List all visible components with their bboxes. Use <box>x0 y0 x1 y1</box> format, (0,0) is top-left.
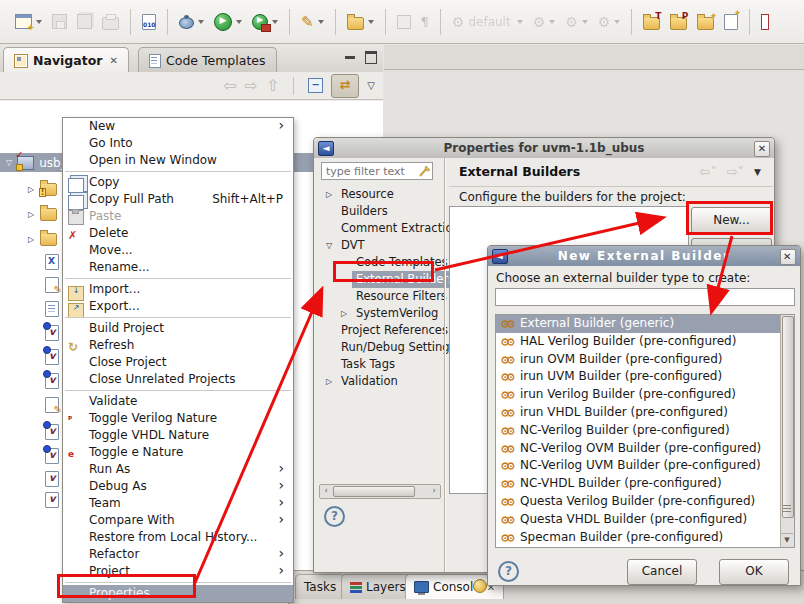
tree-row[interactable] <box>45 254 59 270</box>
collapsed-twisty-icon[interactable]: ▷ <box>28 210 34 219</box>
cancel-button[interactable]: Cancel <box>627 559 697 585</box>
maximize-icon[interactable] <box>365 51 377 64</box>
new-task-folder-button[interactable] <box>640 10 663 33</box>
menu-item-move[interactable]: Move... <box>63 242 293 259</box>
back-arrow-icon[interactable]: ⇦ <box>223 76 236 95</box>
tab-code-templates[interactable]: Code Templates <box>138 47 277 73</box>
tab-tasks[interactable]: Tasks <box>295 574 345 599</box>
close-icon[interactable]: ✕ <box>780 249 796 265</box>
close-icon[interactable]: ✕ <box>109 55 117 66</box>
help-icon[interactable]: ? <box>324 506 345 527</box>
properties-dialog-titlebar[interactable]: ◄ Properties for uvm-1.1b_ubus ✕ <box>314 138 774 158</box>
menu-item-refactor[interactable]: Refactor <box>63 546 293 563</box>
tab-layers[interactable]: Layers <box>341 574 415 599</box>
view-menu-icon[interactable]: ▼ <box>754 167 761 177</box>
build-config-dropdown[interactable]: ⚙default <box>449 12 526 32</box>
menu-item-project[interactable]: Project <box>63 563 293 580</box>
new-wizard-button[interactable] <box>12 11 45 32</box>
builder-option[interactable]: ⚙⚙Specman Builder (pre-configured) <box>496 529 794 547</box>
tree-row[interactable] <box>45 301 59 317</box>
tree-row[interactable] <box>45 373 59 389</box>
builder-option[interactable]: ⚙⚙HAL Verilog Builder (pre-configured) <box>496 333 794 351</box>
new-file-button[interactable] <box>721 11 741 33</box>
menu-item-paste[interactable]: Paste <box>63 208 293 225</box>
ok-button[interactable]: OK <box>719 559 789 585</box>
menu-item-close-unrelated-projects[interactable]: Close Unrelated Projects <box>63 371 293 388</box>
menu-item-rename[interactable]: Rename... <box>63 259 293 276</box>
builder-option[interactable]: ⚙⚙NC-Verilog UVM Builder (pre-configured… <box>496 457 794 475</box>
scrollbar-thumb[interactable] <box>782 316 794 518</box>
new-builder-button[interactable]: New... <box>691 207 772 234</box>
prop-tree-code-templates[interactable]: Code Templates <box>319 254 438 271</box>
tree-row[interactable] <box>45 492 59 508</box>
builder-option[interactable]: ⚙⚙NC-VHDL Builder (pre-configured) <box>496 475 794 493</box>
menu-item-new[interactable]: New <box>63 118 293 135</box>
scrollbar-thumb[interactable] <box>333 486 415 497</box>
print-button[interactable] <box>99 11 122 33</box>
up-arrow-icon[interactable]: ⇧ <box>266 76 279 95</box>
link-with-editor-icon[interactable]: ⇄ <box>331 74 359 98</box>
close-icon[interactable]: ✕ <box>754 141 770 157</box>
collapsed-twisty-icon[interactable]: ▷ <box>326 373 332 390</box>
menu-item-copy[interactable]: Copy <box>63 174 293 191</box>
tree-row[interactable] <box>45 424 59 440</box>
debug-button[interactable] <box>176 11 207 32</box>
tree-row[interactable]: ▷ <box>28 183 57 196</box>
open-resource-button[interactable] <box>344 10 377 33</box>
expanded-twisty-icon[interactable]: ▽ <box>6 158 12 167</box>
menu-item-delete[interactable]: ✗Delete <box>63 225 293 242</box>
prop-tree-dvt[interactable]: ▽DVT <box>319 237 438 254</box>
menu-item-toggle-e-nature[interactable]: eToggle e Nature <box>63 444 293 461</box>
highlighter-button[interactable]: ✎ <box>298 12 327 32</box>
prop-tree-validation[interactable]: ▷Validation <box>319 373 438 390</box>
menu-item-restore-from-local-history[interactable]: Restore from Local History... <box>63 529 293 546</box>
vertical-scrollbar[interactable]: ▼ <box>780 315 794 547</box>
save-button[interactable] <box>49 11 70 32</box>
menu-item-export[interactable]: ↗Export... <box>63 298 293 315</box>
new-folder-button[interactable] <box>694 10 717 33</box>
run-button[interactable] <box>211 10 245 34</box>
menu-item-toggle-vhdl-nature[interactable]: Toggle VHDL Nature <box>63 427 293 444</box>
gear-dropdown-1[interactable]: ⚙ <box>530 12 559 32</box>
prop-tree-comment-extraction[interactable]: Comment Extraction <box>319 220 438 237</box>
help-icon[interactable]: ? <box>498 561 519 582</box>
menu-item-import[interactable]: ↓Import... <box>63 281 293 298</box>
tree-row[interactable] <box>45 448 59 464</box>
tree-row[interactable] <box>45 471 59 487</box>
menu-item-team[interactable]: Team <box>63 495 293 512</box>
run-external-tools-button[interactable] <box>249 11 281 33</box>
scroll-down-icon[interactable]: ▼ <box>781 533 793 547</box>
menu-item-close-project[interactable]: Close Project <box>63 354 293 371</box>
menu-item-open-in-new-window[interactable]: Open in New Window <box>63 152 293 169</box>
menu-item-debug-as[interactable]: Debug As <box>63 478 293 495</box>
tree-row[interactable]: ▷ <box>28 208 57 221</box>
prop-tree-builders[interactable]: Builders <box>319 203 438 220</box>
menu-item-validate[interactable]: Validate <box>63 393 293 410</box>
menu-item-copy-full-path[interactable]: Copy Full PathShift+Alt+P <box>63 191 293 208</box>
builder-option[interactable]: ⚙⚙irun VHDL Builder (pre-configured) <box>496 404 794 422</box>
tab-navigator[interactable]: Navigator ✕ <box>3 47 129 73</box>
view-menu-icon[interactable]: ▽ <box>367 80 375 91</box>
menu-item-properties[interactable]: Properties <box>63 585 293 602</box>
builder-dialog-titlebar[interactable]: ◄ New External Builder ✕ <box>488 246 800 266</box>
horizontal-scrollbar[interactable]: ‹ › <box>319 484 441 499</box>
menu-item-compare-with[interactable]: Compare With <box>63 512 293 529</box>
minimize-icon[interactable] <box>345 56 355 59</box>
collapsed-twisty-icon[interactable]: ▷ <box>341 305 347 322</box>
builder-option[interactable]: ⚙⚙Questa VHDL Builder (pre-configured) <box>496 511 794 529</box>
builder-option[interactable]: ⚙⚙irun Verilog Builder (pre-configured) <box>496 386 794 404</box>
menu-item-refresh[interactable]: ↻Refresh <box>63 337 293 354</box>
tree-row[interactable] <box>45 349 59 365</box>
back-history-icon[interactable]: ⇦˅ <box>699 164 716 179</box>
menu-item-go-into[interactable]: Go Into <box>63 135 293 152</box>
builder-option[interactable]: ⚙⚙External Builder (generic) <box>496 315 794 333</box>
clipped-toolbar-button[interactable] <box>758 11 772 33</box>
builder-option[interactable]: ⚙⚙irun UVM Builder (pre-configured) <box>496 368 794 386</box>
scroll-right-icon[interactable]: › <box>428 485 440 496</box>
builder-option[interactable]: ⚙⚙NC-Verilog Builder (pre-configured) <box>496 422 794 440</box>
expanded-twisty-icon[interactable]: ▽ <box>326 237 332 254</box>
filter-input[interactable] <box>321 162 433 180</box>
prop-tree-external-builders[interactable]: External Builders <box>319 271 438 288</box>
collapsed-twisty-icon[interactable]: ▷ <box>28 185 34 194</box>
tree-row[interactable] <box>45 277 59 293</box>
